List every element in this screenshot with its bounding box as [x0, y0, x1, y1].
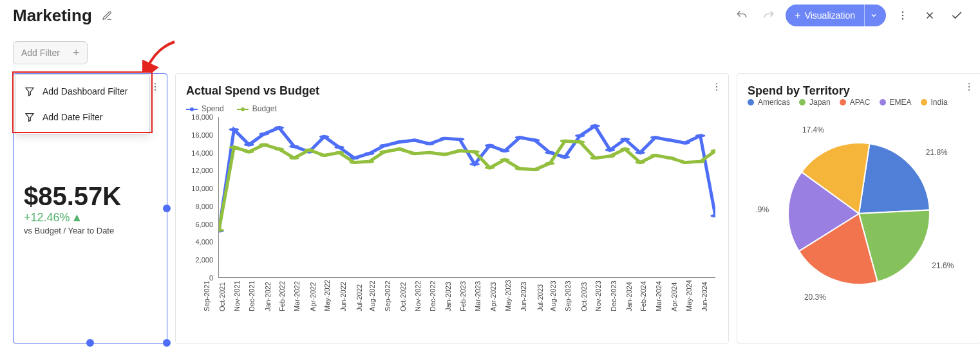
dropdown-label: Add Dashboard Filter: [42, 86, 127, 96]
svg-point-51: [259, 143, 269, 146]
card-title: Spend by Territory: [748, 84, 970, 98]
svg-point-57: [350, 161, 359, 164]
card-menu-icon[interactable]: [150, 82, 160, 95]
page-title: Marketing: [13, 6, 92, 26]
card-menu-icon[interactable]: [964, 82, 974, 95]
pie-legend: AmericasJapanAPACEMEAIndia: [748, 98, 970, 107]
svg-point-66: [485, 166, 495, 169]
viz-button-label: Visualization: [805, 10, 855, 21]
svg-point-78: [665, 156, 675, 160]
more-icon[interactable]: [892, 5, 913, 26]
line-chart-plot: [218, 117, 715, 278]
redo-icon[interactable]: [759, 5, 779, 26]
kpi-card[interactable]: $85.57K +12.46%▲ vs Budget / Year to Dat…: [13, 73, 167, 343]
add-dashboard-filter-item[interactable]: Add Dashboard Filter: [15, 78, 149, 104]
svg-point-59: [379, 150, 389, 153]
svg-point-19: [289, 145, 299, 148]
add-filter-label: Add Filter: [21, 48, 60, 58]
svg-point-16: [244, 143, 254, 146]
svg-point-24: [364, 152, 374, 155]
svg-point-26: [395, 140, 404, 143]
svg-text:21.8%: 21.8%: [926, 148, 948, 157]
undo-icon[interactable]: [731, 5, 752, 26]
line-chart-card[interactable]: Actual Spend vs Budget Spend Budget 02,0…: [175, 73, 729, 343]
svg-point-39: [590, 124, 599, 127]
add-filter-button[interactable]: Add Filter +: [13, 41, 88, 64]
svg-point-18: [274, 126, 284, 129]
svg-point-62: [424, 151, 434, 154]
svg-point-63: [440, 153, 449, 156]
plus-icon: +: [795, 10, 800, 21]
resize-handle[interactable]: [86, 339, 94, 347]
svg-point-30: [455, 138, 464, 141]
svg-point-40: [605, 149, 615, 152]
svg-text:20.3%: 20.3%: [804, 293, 826, 302]
resize-handle[interactable]: [163, 205, 171, 212]
pie-chart-plot: 21.8%21.6%20.3%18.9%17.4%: [756, 117, 962, 304]
svg-point-49: [229, 146, 239, 149]
svg-point-80: [695, 160, 705, 163]
svg-point-65: [469, 150, 479, 153]
svg-point-70: [545, 161, 554, 165]
kpi-delta: +12.46%▲: [24, 211, 156, 224]
add-visualization-button[interactable]: + Visualization: [786, 5, 886, 26]
svg-point-75: [620, 147, 630, 151]
svg-point-54: [304, 149, 314, 152]
svg-marker-8: [26, 88, 33, 96]
plus-icon: +: [73, 46, 80, 60]
svg-point-46: [695, 134, 705, 138]
svg-point-53: [289, 156, 299, 160]
svg-point-1: [902, 15, 903, 16]
svg-point-50: [244, 150, 254, 153]
svg-point-64: [455, 149, 464, 152]
svg-point-41: [620, 138, 630, 141]
svg-point-61: [410, 152, 419, 155]
svg-point-44: [665, 138, 675, 142]
svg-point-55: [319, 154, 329, 157]
svg-point-79: [681, 161, 690, 164]
confirm-icon[interactable]: [947, 5, 967, 26]
svg-marker-9: [26, 114, 33, 122]
svg-point-5: [155, 83, 156, 84]
svg-point-36: [545, 151, 554, 154]
svg-point-12: [716, 86, 717, 87]
svg-point-25: [379, 144, 389, 147]
svg-point-35: [530, 138, 540, 142]
close-icon[interactable]: [919, 5, 940, 26]
svg-point-22: [334, 146, 344, 149]
svg-point-69: [530, 168, 540, 171]
svg-point-77: [650, 154, 660, 157]
svg-point-33: [500, 149, 509, 152]
page-header: Marketing + Visualization: [13, 0, 967, 31]
card-menu-icon[interactable]: [711, 82, 722, 95]
edit-title-icon[interactable]: [97, 5, 118, 26]
resize-handle[interactable]: [163, 339, 171, 347]
svg-point-74: [605, 154, 615, 158]
svg-point-76: [635, 161, 645, 164]
svg-point-37: [560, 156, 570, 159]
svg-point-27: [410, 138, 419, 142]
svg-point-2: [902, 18, 903, 19]
svg-point-47: [710, 214, 715, 217]
chart-legend: Spend Budget: [186, 104, 718, 113]
svg-text:21.6%: 21.6%: [932, 261, 954, 270]
svg-point-29: [440, 137, 449, 140]
svg-point-6: [155, 86, 156, 87]
add-date-filter-item[interactable]: Add Date Filter: [15, 104, 149, 130]
viz-button-chevron[interactable]: [864, 5, 882, 26]
svg-point-82: [968, 83, 970, 84]
svg-point-21: [319, 135, 329, 138]
svg-point-38: [575, 134, 585, 138]
svg-point-34: [515, 136, 525, 139]
filter-dropdown: Add Dashboard Filter Add Date Filter: [15, 74, 150, 134]
pie-chart-card[interactable]: Spend by Territory AmericasJapanAPACEMEA…: [737, 73, 980, 343]
svg-point-17: [259, 133, 269, 136]
svg-text:18.9%: 18.9%: [756, 205, 769, 214]
svg-point-52: [274, 147, 284, 151]
svg-point-11: [716, 83, 717, 84]
svg-point-68: [515, 167, 525, 170]
svg-point-28: [424, 142, 434, 145]
svg-point-84: [968, 89, 970, 91]
svg-point-0: [902, 12, 903, 13]
svg-text:17.4%: 17.4%: [802, 125, 824, 134]
